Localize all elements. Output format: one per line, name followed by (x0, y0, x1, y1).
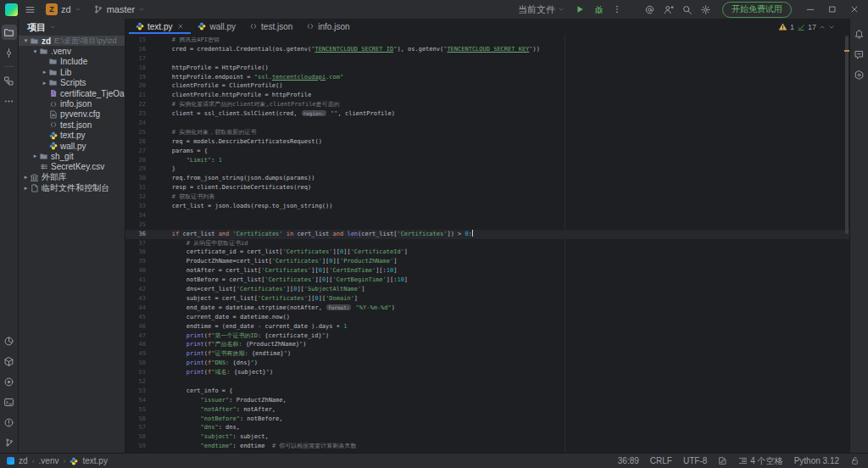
code-line-21[interactable]: 21 clientProfile.httpProfile = httpProfi… (125, 91, 849, 100)
line-number[interactable]: 25 (125, 128, 158, 137)
indent-widget[interactable]: 4 个空格 (738, 455, 782, 467)
tree-chevron-icon[interactable]: ▸ (22, 174, 30, 181)
line-number[interactable]: 34 (125, 211, 158, 220)
next-problem-icon[interactable] (828, 24, 835, 31)
code-line-54[interactable]: 54 "issuer": ProductZhName, (125, 396, 849, 405)
minimize-button[interactable] (800, 1, 821, 18)
tree-item-text.py[interactable]: text.py (19, 131, 125, 141)
search-everywhere-icon[interactable] (678, 1, 695, 18)
code-line-16[interactable]: 16 cred = credential.Credential(os.geten… (125, 45, 849, 54)
line-number[interactable]: 15 (125, 36, 158, 45)
run-button[interactable] (571, 1, 588, 18)
tab-wall.py[interactable]: wall.py (191, 19, 242, 34)
code-line-59[interactable]: 59 "endtime": endtime # 你可以根据需要计算剩余天数 (125, 442, 849, 451)
line-number[interactable]: 26 (125, 137, 158, 147)
edit-status-icon[interactable] (718, 456, 727, 465)
tree-item-sh_git[interactable]: ▸sh_git (19, 151, 125, 161)
tree-item-info.json[interactable]: info.json (19, 98, 125, 109)
line-number[interactable]: 53 (125, 387, 158, 396)
code-line-34[interactable]: 34 (125, 211, 849, 220)
code-line-56[interactable]: 56 "notBefore": notBefore, (125, 415, 849, 424)
tree-item-.venv[interactable]: ▾.venv (19, 46, 125, 56)
code-line-27[interactable]: 27 params = { (125, 147, 849, 156)
more-tools-icon[interactable] (2, 93, 17, 109)
editor-scrollbar[interactable] (845, 36, 849, 234)
line-number[interactable]: 39 (125, 257, 158, 266)
line-number[interactable]: 41 (125, 276, 158, 285)
code-line-47[interactable]: 47 print(f"第一个证书的ID: {certificate_id}") (125, 332, 849, 341)
prev-problem-icon[interactable] (819, 24, 826, 31)
code-line-24[interactable]: 24 (125, 119, 849, 128)
code-line-51[interactable]: 51 print(f"域名: {subject}") (125, 368, 849, 377)
tree-item-SecretKey.csv[interactable]: SecretKey.csv (19, 162, 125, 172)
line-number[interactable]: 47 (125, 332, 158, 341)
inspections-widget[interactable]: 1 17 (776, 21, 837, 32)
maximize-button[interactable] (822, 1, 843, 18)
line-number[interactable]: 56 (125, 415, 158, 424)
code-line-45[interactable]: 45 current_date = datetime.now() (125, 313, 849, 322)
code-line-57[interactable]: 57 "dns": dns, (125, 423, 849, 432)
line-number[interactable]: 30 (125, 174, 158, 183)
code-line-46[interactable]: 46 endtime = (end_date - current_date ).… (125, 322, 849, 332)
terminal-tool-icon[interactable] (2, 394, 17, 410)
line-number[interactable]: 28 (125, 156, 158, 165)
code-line-20[interactable]: 20 clientProfile = ClientProfile() (125, 81, 849, 91)
code-line-33[interactable]: 33 cert_list = json.loads(resp.to_json_s… (125, 202, 849, 211)
tree-item-certificate_TjeOaR1s.zip[interactable]: certificate_TjeOaR1s.zip (19, 88, 125, 98)
code-line-23[interactable]: 23 client = ssl_client.SslClient(cred, r… (125, 109, 849, 119)
code-line-42[interactable]: 42 dns=cert_list['Certificates'][0]['Sub… (125, 285, 849, 294)
line-number[interactable]: 38 (125, 248, 158, 257)
line-number[interactable]: 44 (125, 304, 158, 313)
line-ending-widget[interactable]: CRLF (650, 456, 672, 465)
tree-item-Include[interactable]: Include (19, 57, 125, 67)
start-trial-button[interactable]: 开始免费试用 (722, 2, 792, 18)
line-number[interactable]: 57 (125, 423, 158, 432)
project-panel-header[interactable]: 项目 (19, 19, 125, 36)
code-line-53[interactable]: 53 cert_info = { (125, 387, 849, 396)
line-number[interactable]: 40 (125, 266, 158, 276)
tree-chevron-icon[interactable]: ▾ (31, 48, 39, 55)
line-number[interactable]: 19 (125, 73, 158, 82)
project-tool-icon[interactable] (2, 25, 17, 40)
tab-text.py[interactable]: text.py (129, 19, 191, 34)
ai-assistant-icon[interactable] (852, 47, 867, 62)
line-number[interactable]: 17 (125, 54, 158, 64)
code-line-18[interactable]: 18 httpProfile = HttpProfile() (125, 64, 849, 73)
line-number[interactable]: 50 (125, 359, 158, 368)
mentions-icon[interactable] (641, 1, 658, 18)
code-line-19[interactable]: 19 httpProfile.endpoint = "ssl.tencentcl… (125, 73, 849, 82)
line-number[interactable]: 20 (125, 81, 158, 91)
tree-item-zd[interactable]: ▾zdE:\桌面\项目\py\zd (19, 36, 125, 46)
branch-widget[interactable]: master (89, 3, 150, 16)
tree-item-pyvenv.cfg[interactable]: pyvenv.cfg (19, 109, 125, 120)
code-line-29[interactable]: 29 } (125, 164, 849, 174)
code-line-40[interactable]: 40 notAfter = cert_list['Certificates'][… (125, 266, 849, 276)
line-number[interactable]: 43 (125, 294, 158, 304)
version-control-tool-icon[interactable] (2, 435, 17, 450)
tree-item-外部库[interactable]: ▸外部库 (19, 172, 125, 182)
tree-item-Scripts[interactable]: ▸Scripts (19, 78, 125, 88)
code-line-37[interactable]: 37 # 从响应中获取证书id (125, 239, 849, 248)
breadcrumb-project[interactable]: zd (19, 456, 28, 465)
line-number[interactable]: 35 (125, 220, 158, 230)
line-number[interactable]: 49 (125, 349, 158, 359)
line-number[interactable]: 27 (125, 147, 158, 156)
code-line-15[interactable]: 15 # 腾讯云API密钥 (125, 36, 849, 45)
debug-button[interactable] (590, 1, 607, 18)
breadcrumb-folder[interactable]: .venv (39, 456, 59, 465)
tree-chevron-icon[interactable]: ▸ (41, 69, 48, 75)
packages-tool-icon[interactable] (2, 354, 17, 369)
notifications-icon[interactable] (852, 26, 867, 42)
line-number[interactable]: 22 (125, 100, 158, 109)
line-number[interactable]: 23 (125, 109, 158, 119)
code-line-49[interactable]: 49 print(f"证书有效期: {endtime}") (125, 349, 849, 359)
close-tab-icon[interactable] (177, 23, 184, 30)
breadcrumb-file[interactable]: text.py (82, 456, 107, 465)
code-line-43[interactable]: 43 subject = cert_list['Certificates'][0… (125, 294, 849, 304)
code-line-32[interactable]: 32 # 获取证书列表 (125, 192, 849, 202)
structure-tool-icon[interactable] (2, 73, 17, 88)
close-button[interactable] (844, 1, 865, 18)
line-number[interactable]: 52 (125, 377, 158, 387)
code-with-me-icon[interactable] (659, 1, 676, 18)
tree-item-Lib[interactable]: ▸Lib (19, 67, 125, 77)
